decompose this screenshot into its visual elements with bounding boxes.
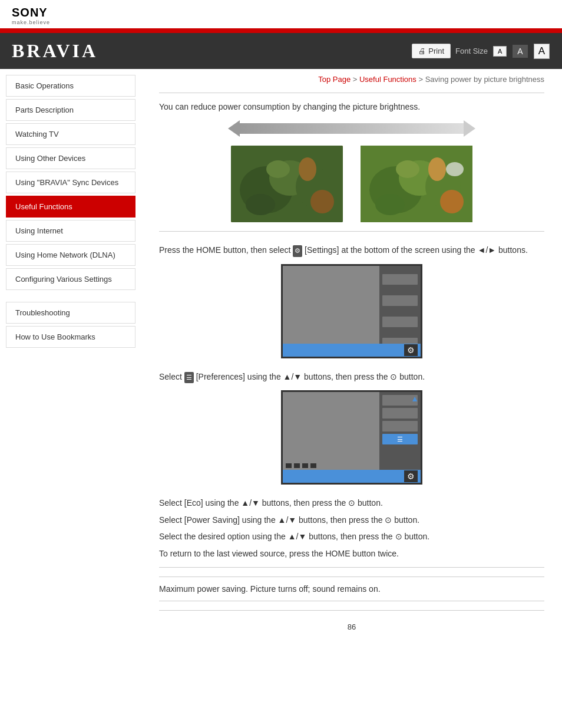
svg-point-14 [375, 194, 405, 215]
page-number: 86 [159, 622, 544, 631]
tv-menu-item2-3 [382, 421, 418, 431]
font-small-button[interactable]: A [493, 46, 507, 57]
divider-3 [159, 610, 544, 611]
arrow-shaft [240, 123, 464, 134]
divider-2 [159, 567, 544, 568]
sidebar-item-configuring-settings[interactable]: Configuring Various Settings [6, 268, 135, 290]
tv-menu-item2-2 [382, 408, 418, 419]
font-medium-button[interactable]: A [513, 45, 527, 58]
main-layout: Basic Operations Parts Description Watch… [0, 69, 562, 655]
sidebar-item-using-home-network[interactable]: Using Home Network (DLNA) [6, 244, 135, 266]
step-3a-text: Select [Eco] using the ▲/▼ buttons, then… [159, 496, 544, 509]
sidebar-item-using-other-devices[interactable]: Using Other Devices [6, 147, 135, 169]
tv-bottom-bar-2: ⚙ [283, 470, 421, 483]
header-controls: 🖨 Print Font Size A A A [412, 44, 550, 59]
tv-row-dots [286, 463, 376, 469]
tv-screen-1: ⚙ [281, 264, 422, 358]
bright-image-svg [361, 146, 472, 222]
step-3b-text: Select [Power Saving] using the ▲/▼ butt… [159, 513, 544, 526]
bravia-logo: BRAVIA [12, 40, 98, 62]
svg-point-13 [428, 157, 446, 181]
sidebar-divider [0, 296, 141, 302]
note-text: Maximum power saving. Picture turns off;… [159, 584, 544, 594]
svg-point-15 [440, 190, 464, 213]
sony-tagline: make.believe [12, 19, 550, 25]
sidebar-item-useful-functions[interactable]: Useful Functions [6, 196, 135, 218]
svg-point-12 [396, 160, 419, 178]
step-1-text: Press the HOME button, then select ⚙ [Se… [159, 243, 544, 257]
return-text: To return to the last viewed source, pre… [159, 549, 544, 558]
accent-bar [0, 28, 562, 33]
sidebar: Basic Operations Parts Description Watch… [0, 69, 141, 655]
step-2-text: Select ☰ [Preferences] using the ▲/▼ but… [159, 370, 544, 384]
tv-menu-item-2 [382, 295, 418, 306]
step-1-section: Press the HOME button, then select ⚙ [Se… [159, 243, 544, 358]
tv-screen-2: ☰ ▲ ⚙ [281, 390, 422, 485]
breadcrumb-sep1: > [353, 75, 359, 84]
sidebar-main-section: Basic Operations Parts Description Watch… [0, 75, 141, 290]
breadcrumb: Top Page > Useful Functions > Saving pow… [159, 75, 544, 84]
sidebar-bottom-section: Troubleshooting How to Use Bookmarks [0, 302, 141, 348]
arrow-right [464, 120, 475, 137]
breadcrumb-useful-functions[interactable]: Useful Functions [359, 75, 416, 84]
image-dark [231, 146, 343, 222]
svg-point-16 [446, 162, 464, 176]
divider-top [159, 93, 544, 93]
font-large-button[interactable]: A [534, 44, 550, 59]
comparison-images [159, 146, 544, 222]
main-content: Top Page > Useful Functions > Saving pow… [141, 69, 562, 655]
sidebar-item-bookmarks[interactable]: How to Use Bookmarks [6, 326, 135, 348]
tv-arrow-up: ▲ [411, 394, 419, 403]
header: BRAVIA 🖨 Print Font Size A A A [0, 33, 562, 69]
sidebar-item-basic-operations[interactable]: Basic Operations [6, 75, 135, 97]
steps-list: Select [Eco] using the ▲/▼ buttons, then… [159, 496, 544, 543]
tv-bottom-bar-1: ⚙ [283, 344, 421, 357]
print-icon: 🖨 [418, 47, 426, 55]
sidebar-item-parts-description[interactable]: Parts Description [6, 99, 135, 121]
step-2-section: Select ☰ [Preferences] using the ▲/▼ but… [159, 370, 544, 485]
font-size-label: Font Size [455, 47, 488, 55]
note-section: Maximum power saving. Picture turns off;… [159, 577, 544, 601]
sidebar-item-using-internet[interactable]: Using Internet [6, 220, 135, 242]
sidebar-item-using-bravia-sync[interactable]: Using "BRAVIA" Sync Devices [6, 172, 135, 193]
tv-menu-right-2: ☰ [379, 392, 421, 483]
sony-brand: SONY [12, 6, 550, 19]
tv-menu-bar-1 [379, 266, 421, 357]
tv-menu-item-1 [382, 274, 418, 285]
breadcrumb-sep2: > [418, 75, 425, 84]
image-bright [361, 146, 472, 222]
tv-menu-item-3 [382, 317, 418, 327]
sidebar-item-watching-tv[interactable]: Watching TV [6, 123, 135, 145]
tv-settings-icon: ⚙ [404, 344, 418, 356]
sony-logo-area: SONY make.believe [0, 0, 562, 28]
sidebar-item-troubleshooting[interactable]: Troubleshooting [6, 302, 135, 324]
brightness-arrow-diagram [228, 120, 475, 137]
divider-1 [159, 231, 544, 232]
breadcrumb-top-page[interactable]: Top Page [318, 75, 351, 84]
arrow-left [228, 120, 240, 137]
breadcrumb-current: Saving power by picture brightness [425, 75, 544, 84]
tv-menu-item2-selected: ☰ [382, 434, 418, 444]
tv-settings-icon-2: ⚙ [404, 470, 418, 482]
step-3c-text: Select the desired option using the ▲/▼ … [159, 530, 544, 543]
print-button[interactable]: 🖨 Print [412, 44, 451, 58]
intro-text: You can reduce power consumption by chan… [159, 102, 544, 111]
